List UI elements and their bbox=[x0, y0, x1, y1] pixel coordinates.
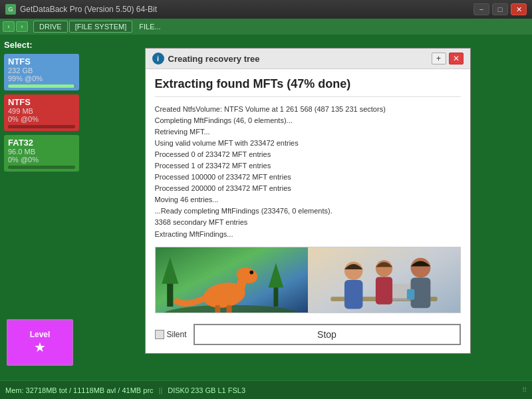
svg-rect-7 bbox=[226, 305, 231, 312]
dialog-title-text: Creating recovery tree bbox=[168, 54, 260, 64]
log-line: Created NtfsVolume: NTFS Volume at 1 261… bbox=[155, 104, 461, 115]
svg-rect-8 bbox=[167, 280, 173, 307]
app-icon: G bbox=[5, 4, 16, 15]
dialog-title-left: i Creating recovery tree bbox=[152, 53, 260, 65]
svg-rect-22 bbox=[406, 289, 414, 299]
resize-handle[interactable]: ⠿ bbox=[522, 386, 527, 394]
svg-point-5 bbox=[249, 270, 253, 274]
log-line: Using valid volume MFT with 233472 entri… bbox=[155, 138, 461, 149]
status-sep: || bbox=[159, 386, 163, 394]
progress-fill-ntfs1 bbox=[8, 84, 74, 88]
level-label: Level bbox=[30, 330, 51, 339]
status-left: Mem: 32718MB tot / 11118MB avl / 41MB pr… bbox=[5, 386, 245, 394]
title-bar-left: G GetDataBack Pro (Version 5.50) 64-Bit bbox=[5, 4, 157, 15]
drive-name-ntfs2: NTFS bbox=[8, 97, 75, 107]
log-line: Processed 1 of 233472 MFT entries bbox=[155, 160, 461, 172]
main-content: Select: NTFS 232 GB 99% @0% NTFS 499 MB … bbox=[0, 35, 532, 380]
dialog-title-controls: + ✕ bbox=[432, 53, 464, 65]
log-line: 3368 secondary MFT entries bbox=[155, 217, 461, 228]
dialog-body: Extracting found MFTs (47% done) Created… bbox=[146, 69, 470, 353]
dialog-close-button[interactable]: ✕ bbox=[449, 53, 464, 65]
title-bar: G GetDataBack Pro (Version 5.50) 64-Bit … bbox=[0, 0, 532, 19]
dialog-images bbox=[155, 247, 461, 313]
image-people bbox=[308, 247, 460, 313]
drive-percent-ntfs1: 99% @0% bbox=[8, 74, 75, 82]
log-line: Processed 0 of 233472 MFT entries bbox=[155, 149, 461, 160]
nav-controls: ‹ › bbox=[3, 21, 28, 32]
maximize-button[interactable]: □ bbox=[492, 3, 508, 15]
close-button[interactable]: ✕ bbox=[511, 3, 527, 15]
stop-button[interactable]: Stop bbox=[194, 324, 461, 345]
svg-rect-6 bbox=[215, 305, 220, 312]
select-label: Select: bbox=[4, 40, 79, 50]
drive-item-fat32[interactable]: FAT32 96.0 MB 0% @0% bbox=[4, 135, 79, 172]
nav-forward-button[interactable]: › bbox=[16, 21, 28, 32]
svg-point-20 bbox=[410, 257, 430, 277]
drive-percent-ntfs2: 0% @0% bbox=[8, 115, 75, 123]
dialog-log: Created NtfsVolume: NTFS Volume at 1 261… bbox=[155, 104, 461, 240]
menu-bar: ‹ › DRIVE [FILE SYSTEM] FILE... bbox=[0, 19, 532, 35]
silent-check: Silent bbox=[155, 330, 187, 339]
dialog-plus-button[interactable]: + bbox=[432, 53, 446, 65]
dialog-overlay: i Creating recovery tree + ✕ Extracting … bbox=[83, 35, 532, 380]
level-box[interactable]: Level ★ bbox=[7, 319, 73, 366]
info-icon: i bbox=[152, 53, 164, 65]
log-line: Processed 200000 of 233472 MFT entries bbox=[155, 183, 461, 194]
svg-rect-17 bbox=[344, 280, 362, 309]
progress-bg-ntfs2 bbox=[8, 125, 75, 128]
silent-label: Silent bbox=[167, 330, 187, 339]
drive-name-fat32: FAT32 bbox=[8, 138, 75, 148]
drive-size-ntfs1: 232 GB bbox=[8, 66, 75, 74]
dialog: i Creating recovery tree + ✕ Extracting … bbox=[145, 48, 471, 354]
progress-bg-fat32 bbox=[8, 166, 75, 169]
menu-filesystem[interactable]: [FILE SYSTEM] bbox=[69, 21, 133, 33]
drive-size-ntfs2: 499 MB bbox=[8, 107, 75, 115]
minimize-button[interactable]: − bbox=[473, 3, 489, 15]
status-bar: Mem: 32718MB tot / 11118MB avl / 41MB pr… bbox=[0, 380, 532, 399]
dialog-heading: Extracting found MFTs (47% done) bbox=[155, 77, 461, 97]
nav-back-button[interactable]: ‹ bbox=[3, 21, 15, 32]
log-line: ...Ready completing MftFindings (233476,… bbox=[155, 205, 461, 217]
menu-file[interactable]: FILE... bbox=[134, 21, 166, 32]
title-bar-controls: − □ ✕ bbox=[473, 3, 527, 15]
drive-percent-fat32: 0% @0% bbox=[8, 156, 75, 164]
log-line: Processed 100000 of 233472 MFT entries bbox=[155, 172, 461, 183]
log-line: Moving 46 entries... bbox=[155, 194, 461, 205]
progress-bg-ntfs1 bbox=[8, 84, 75, 88]
svg-rect-19 bbox=[375, 277, 392, 304]
silent-checkbox[interactable] bbox=[155, 330, 164, 339]
log-line: Retrieving MFT... bbox=[155, 126, 461, 138]
status-disk: DISK0 233 GB L1 FSL3 bbox=[168, 386, 245, 394]
dialog-footer: Silent Stop bbox=[155, 321, 461, 345]
drive-item-ntfs2[interactable]: NTFS 499 MB 0% @0% bbox=[4, 94, 79, 131]
log-line: Extracting MftFindings... bbox=[155, 229, 461, 240]
level-star: ★ bbox=[34, 339, 46, 355]
status-mem: Mem: 32718MB tot / 11118MB avl / 41MB pr… bbox=[5, 386, 154, 394]
menu-drive[interactable]: DRIVE bbox=[33, 21, 68, 33]
image-dino bbox=[156, 247, 308, 313]
drive-item-ntfs1[interactable]: NTFS 232 GB 99% @0% bbox=[4, 54, 79, 90]
app-title: GetDataBack Pro (Version 5.50) 64-Bit bbox=[20, 5, 157, 14]
log-line: Completing MftFindings (46, 0 elements).… bbox=[155, 115, 461, 126]
drive-name-ntfs1: NTFS bbox=[8, 57, 75, 66]
dialog-title-bar: i Creating recovery tree + ✕ bbox=[146, 49, 470, 69]
drive-size-fat32: 96.0 MB bbox=[8, 148, 75, 156]
